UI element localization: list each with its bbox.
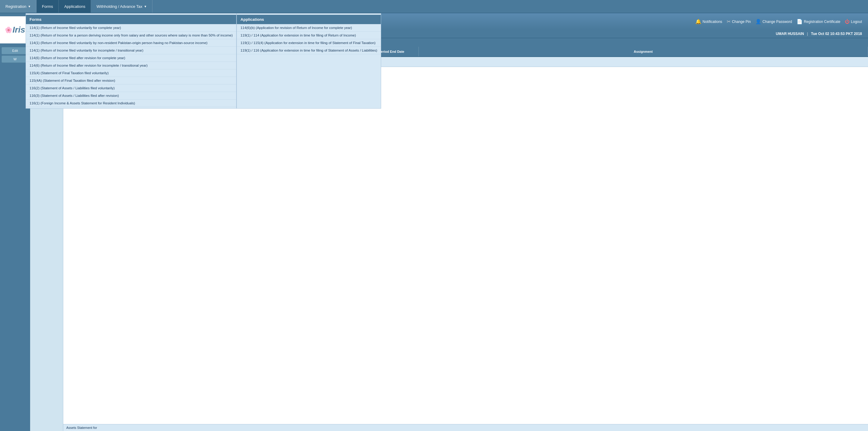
assets-statement-text: Assets Statement for [66,426,97,430]
grid-body [63,67,868,424]
change-password-label: Change Password [763,20,792,24]
nav-registration[interactable]: Registration ▼ [0,0,36,13]
applications-dropdown-col: Applications 114(6)(b) (Application for … [237,13,381,109]
bell-icon: 🔔 [695,19,702,24]
forms-dropdown-col: Forms 114(1) (Return of Income filed vol… [26,13,237,109]
nav-withholding[interactable]: Withholding / Advance Tax ▼ [91,0,152,13]
nav-registration-arrow: ▼ [28,5,31,8]
separator: | [807,32,808,36]
forms-item-1[interactable]: 114(1) (Return of Income for a person de… [26,32,236,39]
forms-item-10[interactable]: 116(1) (Foreign Income & Assets Statemen… [26,99,236,107]
applications-dropdown-header: Applications [237,15,381,24]
logout-label: Logout [851,20,862,24]
datetime-display: Tue Oct 02 10:43:53 PKT 2018 [811,32,862,36]
forms-item-2[interactable]: 114(1) (Return of Income filed voluntari… [26,39,236,47]
forms-item-6[interactable]: 115(4) (Statement of Final Taxation file… [26,69,236,77]
logout-icon: ⏻ [845,19,849,24]
change-password-link[interactable]: 👤 Change Password [755,19,792,24]
apps-item-0[interactable]: 114(6)(b) (Application for revision of R… [237,24,381,32]
sidebar-edit-button[interactable]: Edit [1,47,29,54]
nav-forms-label: Forms [42,4,53,9]
logo-flower-icon: 🌸 [5,26,12,33]
scissors-icon: ✂ [727,19,731,24]
logo-text: Iris [12,25,25,35]
sidebar-view-button[interactable]: W [1,56,29,63]
registration-certificate-link[interactable]: 📄 Registration Certificate [797,19,840,24]
notifications-link[interactable]: 🔔 Notifications [695,19,722,24]
forms-item-4[interactable]: 114(6) (Return of Income filed after rev… [26,54,236,62]
person-icon: 👤 [755,19,761,24]
username-display: UMAR HUSSAIN [776,32,804,36]
apps-item-3[interactable]: 119(1) / 116 (Application for extension … [237,47,381,54]
forms-applications-dropdown: Forms 114(1) (Return of Income filed vol… [26,13,381,109]
apps-item-2[interactable]: 119(1) / 115(4) (Application for extensi… [237,39,381,47]
change-pin-label: Change Pin [732,20,751,24]
col-assignment: Assignment [419,47,868,56]
nav-applications-label: Applications [64,4,85,9]
apps-item-1[interactable]: 119(1) / 114 (Application for extension … [237,32,381,39]
nav-forms[interactable]: Forms [36,0,59,13]
forms-item-8[interactable]: 116(2) (Statement of Assets / Liabilitie… [26,84,236,92]
forms-item-7[interactable]: 115(4A) (Statement of Final Taxation fil… [26,77,236,84]
nav-registration-label: Registration [5,4,26,9]
bottom-status-bar: Assets Statement for [63,424,868,431]
forms-item-0[interactable]: 114(1) (Return of Income filed voluntari… [26,24,236,32]
nav-withholding-label: Withholding / Advance Tax [96,4,142,9]
change-pin-link[interactable]: ✂ Change Pin [727,19,751,24]
logout-link[interactable]: ⏻ Logout [845,19,862,24]
forms-item-9[interactable]: 116(3) (Statement of Assets / Liabilitie… [26,92,236,99]
forms-dropdown-header: Forms [26,15,236,24]
nav-withholding-arrow: ▼ [144,5,147,8]
forms-item-3[interactable]: 114(1) (Return of Income filed voluntari… [26,47,236,54]
forms-item-5[interactable]: 114(6) (Return of Income filed after rev… [26,62,236,69]
pdf-icon: 📄 [797,19,803,24]
notifications-label: Notifications [703,20,722,24]
registration-certificate-label: Registration Certificate [804,20,840,24]
top-navigation: Registration ▼ Forms Applications Withho… [0,0,868,13]
nav-applications[interactable]: Applications [59,0,91,13]
